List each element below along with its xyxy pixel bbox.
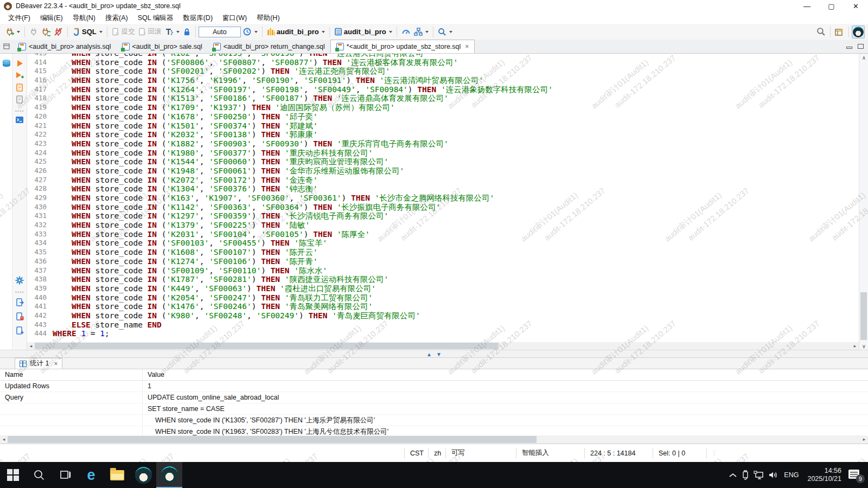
- scroll-right-icon[interactable]: ▸: [860, 435, 868, 443]
- panel-splitter[interactable]: ▲ ▼: [0, 350, 868, 358]
- network-profile-button[interactable]: [412, 25, 430, 38]
- column-header-name[interactable]: Name: [0, 369, 143, 380]
- sql-editor-button[interactable]: SQL: [71, 25, 104, 38]
- code-line-440[interactable]: 440 WHEN store_code IN ('K2054', 'SF0024…: [27, 293, 859, 303]
- quick-access-search-button[interactable]: [815, 25, 827, 38]
- scroll-up-icon[interactable]: ∧: [859, 54, 868, 61]
- code-line-419[interactable]: 419 WHEN store_code IN ('K1709', 'K1937'…: [27, 103, 859, 112]
- menu-item-navigate[interactable]: 导航(N): [68, 12, 100, 24]
- autocommit-lock-button[interactable]: [181, 25, 193, 38]
- close-window-button[interactable]: ✕: [844, 0, 868, 12]
- statistics-tab[interactable]: 统计 1 ×: [15, 358, 62, 369]
- code-line-420[interactable]: 420 WHEN store_code IN ('K1678', 'SF0025…: [27, 112, 859, 121]
- internet-explorer-button[interactable]: e: [78, 462, 104, 488]
- save-file-button[interactable]: [14, 325, 25, 336]
- minimize-window-button[interactable]: —: [795, 0, 819, 12]
- editor-horizontal-scrollbar[interactable]: ◂ ▸: [27, 342, 859, 350]
- menu-item-search[interactable]: 搜索(A): [100, 12, 133, 24]
- table-row[interactable]: WHEN store_code IN ('K1305', 'SF00287') …: [0, 415, 868, 426]
- table-row[interactable]: QueryUPDATE custom_online_sale_abroad_lo…: [0, 392, 868, 403]
- scroll-down-icon[interactable]: ∨: [859, 342, 868, 350]
- open-perspective-button[interactable]: [833, 25, 846, 38]
- scrollbar-thumb[interactable]: [860, 292, 867, 340]
- code-line-444[interactable]: 444WHERE 1 = 1;: [27, 329, 859, 338]
- execute-new-tab-button[interactable]: [14, 70, 25, 81]
- minimize-editor-button[interactable]: [846, 47, 852, 49]
- minimize-panel-icon[interactable]: ▼: [436, 351, 442, 357]
- scrollbar-thumb[interactable]: [35, 343, 499, 349]
- code-line-428[interactable]: 428 WHEN store_code IN ('K1304', 'SF0037…: [27, 184, 859, 194]
- table-row[interactable]: SET store_name = CASE: [0, 403, 868, 415]
- code-line-436[interactable]: 436 WHEN store_code IN ('K1274', 'SF0010…: [27, 257, 859, 266]
- code-line-421[interactable]: 421 WHEN store_code IN ('K1501', 'SF0037…: [27, 121, 859, 131]
- code-line-441[interactable]: 441 WHEN store_code IN ('K1476', 'SF0024…: [27, 302, 859, 311]
- code-line-422[interactable]: 422 WHEN store_code IN ('K2032', 'SF0013…: [27, 130, 859, 139]
- code-line-416[interactable]: 416 WHEN store_code IN ('K1756', 'K1996'…: [27, 76, 859, 85]
- menu-item-database[interactable]: 数据库(D): [178, 12, 218, 24]
- transaction-log-button[interactable]: [163, 25, 181, 38]
- settings-gear-button[interactable]: [14, 275, 25, 286]
- dbeaver-taskbar-button-active[interactable]: [156, 462, 182, 488]
- code-editor[interactable]: 413 WHEN store_code IN ('K162', 'SF00195…: [27, 54, 859, 342]
- network-status-icon[interactable]: [754, 471, 764, 480]
- rollback-button[interactable]: 回滚: [137, 25, 163, 38]
- editor-vertical-scrollbar[interactable]: ∧ ∨: [859, 54, 868, 350]
- editor-tab-0[interactable]: <audit_bi_pro> analysis.sql: [13, 40, 117, 53]
- usb-device-icon[interactable]: [741, 470, 750, 480]
- code-line-443[interactable]: 443 ELSE store_name END: [27, 320, 859, 330]
- code-line-433[interactable]: 433 WHEN store_code IN ('K2031', 'SF0010…: [27, 230, 859, 239]
- maximize-panel-icon[interactable]: ▲: [426, 351, 432, 357]
- code-line-414[interactable]: 414 WHEN store_code IN ('SF00806', 'SF00…: [27, 58, 859, 67]
- editor-tab-1[interactable]: <audit_bi_pro> sale.sql: [117, 40, 208, 53]
- code-line-418[interactable]: 418 WHEN store_code IN ('K1513', 'SF0018…: [27, 94, 859, 103]
- code-line-427[interactable]: 427 WHEN store_code IN ('K2072', 'SF0017…: [27, 176, 859, 185]
- execute-statement-button[interactable]: [14, 58, 25, 69]
- disconnect-button[interactable]: [52, 25, 65, 38]
- code-line-438[interactable]: 438 WHEN store_code IN ('K1787', 'SF0028…: [27, 275, 859, 284]
- stats-horizontal-scrollbar[interactable]: ◂ ▸: [0, 435, 868, 444]
- code-line-430[interactable]: 430 WHEN store_code IN ('K1142', 'SF0036…: [27, 203, 859, 212]
- dbeaver-perspective-button[interactable]: [852, 25, 865, 38]
- start-button[interactable]: [0, 462, 26, 488]
- code-line-425[interactable]: 425 WHEN store_code IN ('K1544', 'SF0006…: [27, 157, 859, 166]
- code-line-439[interactable]: 439 WHEN store_code IN ('K449', 'SF00063…: [27, 284, 859, 293]
- editor-tab-2[interactable]: <audit_bi_pro> return_change.sql: [208, 40, 330, 53]
- reconnect-button[interactable]: [40, 25, 52, 38]
- scroll-right-icon[interactable]: ▸: [851, 342, 859, 350]
- menu-item-window[interactable]: 窗口(W): [218, 12, 252, 24]
- code-line-429[interactable]: 429 WHEN store_code IN ('K163', 'K1907',…: [27, 194, 859, 203]
- code-line-413[interactable]: 413 WHEN store_code IN ('K162', 'SF00195…: [27, 54, 859, 58]
- explain-plan-button[interactable]: [14, 94, 25, 105]
- code-line-423[interactable]: 423 WHEN store_code IN ('K1882', 'SF0090…: [27, 139, 859, 149]
- column-header-value[interactable]: Value: [143, 371, 164, 378]
- database-selector[interactable]: audit_bi_pro: [333, 25, 394, 38]
- menu-item-file[interactable]: 文件(F): [3, 12, 35, 24]
- autocommit-mode-select[interactable]: Auto: [199, 27, 241, 37]
- dbeaver-taskbar-button[interactable]: [130, 462, 156, 488]
- export-file-button[interactable]: [14, 297, 25, 307]
- taskbar-clock[interactable]: 14:56 2025/10/21: [804, 467, 845, 483]
- code-line-434[interactable]: 434 WHEN store_code IN ('SF00103', 'SF00…: [27, 239, 859, 248]
- task-view-button[interactable]: [52, 462, 78, 488]
- maximize-editor-button[interactable]: [858, 44, 864, 49]
- code-line-415[interactable]: 415 WHEN store_code IN ('SF00201', 'SF00…: [27, 67, 859, 76]
- tray-chevron-up-icon[interactable]: [729, 472, 737, 478]
- menu-item-help[interactable]: 帮助(H): [252, 12, 284, 24]
- menu-item-sql-editor[interactable]: SQL 编辑器: [133, 12, 178, 24]
- code-line-417[interactable]: 417 WHEN store_code IN ('K1264', 'SF0019…: [27, 85, 859, 94]
- file-explorer-button[interactable]: [104, 462, 130, 488]
- transaction-history-button[interactable]: [241, 25, 259, 38]
- taskbar-search-button[interactable]: [26, 462, 52, 488]
- code-line-424[interactable]: 424 WHEN store_code IN ('K1980', 'SF0037…: [27, 149, 859, 158]
- code-line-431[interactable]: 431 WHEN store_code IN ('K1297', 'SF0035…: [27, 211, 859, 221]
- editor-tab-3[interactable]: *<audit_bi_pro> update_sbz_store.sql×: [330, 40, 475, 53]
- sql-search-button[interactable]: [436, 25, 454, 38]
- scroll-left-icon[interactable]: ◂: [0, 435, 8, 443]
- table-row[interactable]: Updated Rows1: [0, 381, 868, 392]
- new-connection-button[interactable]: [3, 25, 22, 38]
- scrollbar-thumb[interactable]: [8, 436, 537, 443]
- close-icon[interactable]: ×: [54, 360, 58, 368]
- menu-item-edit[interactable]: 编辑(E): [35, 12, 68, 24]
- close-icon[interactable]: ×: [465, 43, 469, 50]
- code-line-442[interactable]: 442 WHEN store_code IN ('K980', 'SF00248…: [27, 311, 859, 320]
